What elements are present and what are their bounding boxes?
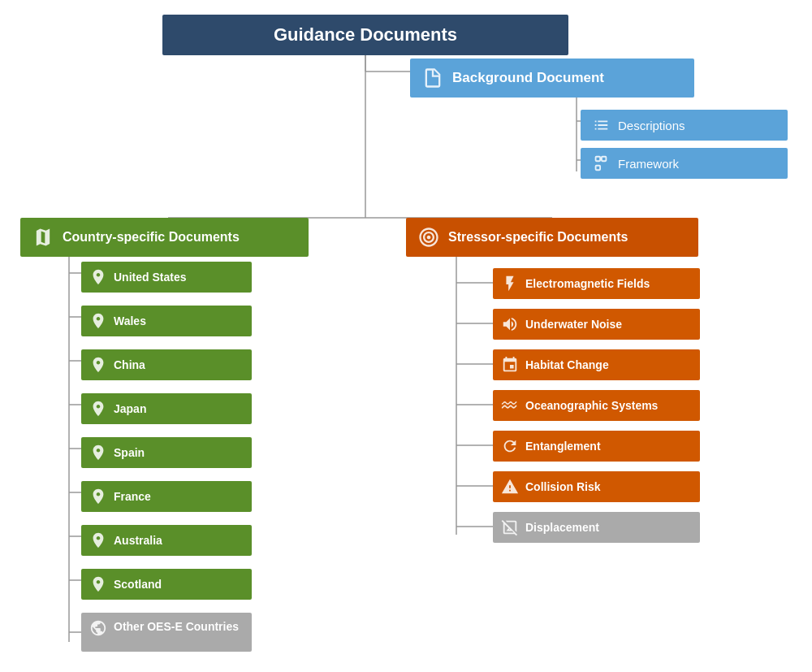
china-icon xyxy=(89,356,107,374)
noise-icon xyxy=(501,315,519,333)
main-title: Guidance Documents xyxy=(162,15,568,55)
wales-icon xyxy=(89,312,107,330)
stressor-header[interactable]: Stressor-specific Documents xyxy=(406,218,698,257)
japan-icon xyxy=(89,400,107,418)
framework-box[interactable]: Framework xyxy=(581,148,788,179)
country-item-france[interactable]: France xyxy=(81,481,252,512)
stressor-item-entanglement[interactable]: Entanglement xyxy=(493,431,700,462)
document-icon xyxy=(421,67,444,89)
habitat-icon xyxy=(501,356,519,374)
country-item-japan[interactable]: Japan xyxy=(81,393,252,424)
globe-icon xyxy=(89,619,107,637)
framework-icon xyxy=(592,154,610,172)
diagram: Guidance Documents Background Document D… xyxy=(0,0,812,672)
stressor-item-collision[interactable]: Collision Risk xyxy=(493,471,700,502)
country-item-australia[interactable]: Australia xyxy=(81,525,252,556)
stressor-item-displacement[interactable]: Displacement xyxy=(493,512,700,543)
target-icon xyxy=(417,226,440,249)
ocean-icon xyxy=(501,397,519,414)
spain-icon xyxy=(89,444,107,462)
entanglement-icon xyxy=(501,437,519,455)
scotland-icon xyxy=(89,575,107,593)
background-doc-box[interactable]: Background Document xyxy=(410,59,694,98)
emf-icon xyxy=(501,275,519,293)
country-item-china[interactable]: China xyxy=(81,349,252,380)
descriptions-box[interactable]: Descriptions xyxy=(581,110,788,141)
country-item-us[interactable]: United States xyxy=(81,262,252,293)
collision-icon xyxy=(501,478,519,496)
stressor-item-habitat[interactable]: Habitat Change xyxy=(493,349,700,380)
country-header[interactable]: Country-specific Documents xyxy=(20,218,309,257)
map-icon xyxy=(32,226,54,249)
us-icon xyxy=(89,268,107,286)
country-item-other[interactable]: Other OES-E Countries xyxy=(81,613,252,652)
stressor-item-emf[interactable]: Electromagnetic Fields xyxy=(493,268,700,299)
france-icon xyxy=(89,488,107,505)
list-icon xyxy=(592,116,610,134)
country-item-wales[interactable]: Wales xyxy=(81,306,252,336)
stressor-item-noise[interactable]: Underwater Noise xyxy=(493,309,700,340)
country-item-scotland[interactable]: Scotland xyxy=(81,569,252,600)
displacement-icon xyxy=(501,518,519,536)
country-item-spain[interactable]: Spain xyxy=(81,437,252,468)
stressor-item-ocean[interactable]: Oceanographic Systems xyxy=(493,390,700,421)
australia-icon xyxy=(89,531,107,549)
